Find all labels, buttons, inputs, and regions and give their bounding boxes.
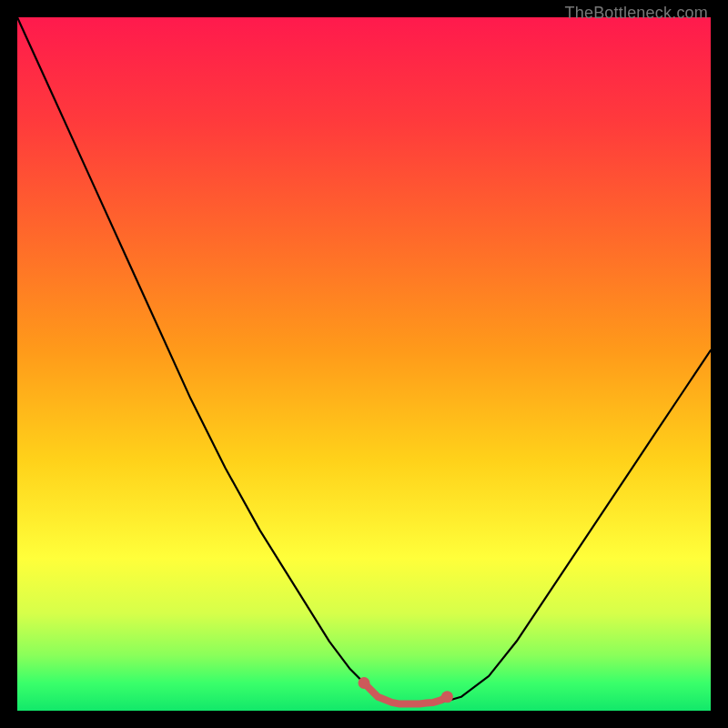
chart-frame: TheBottleneck.com bbox=[0, 0, 728, 728]
svg-point-0 bbox=[359, 677, 370, 689]
chart-svg bbox=[17, 17, 711, 711]
main-curve bbox=[17, 17, 711, 703]
svg-point-1 bbox=[441, 691, 453, 703]
plot-area bbox=[17, 17, 711, 711]
watermark-text: TheBottleneck.com bbox=[565, 4, 708, 23]
bottom-marker bbox=[359, 677, 453, 703]
